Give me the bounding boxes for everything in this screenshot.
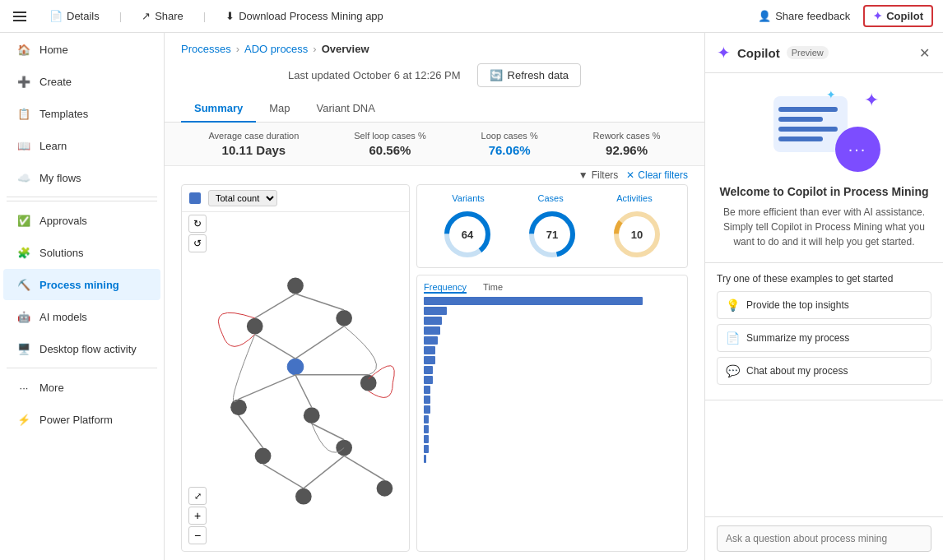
clear-filters-button[interactable]: ✕ Clear filters [626,169,688,181]
fit-zoom-button[interactable]: ⤢ [188,487,207,505]
bar-fill [424,356,435,364]
variants-bar-row [424,346,681,354]
illus-chat-bubble: ··· [835,127,880,172]
copilot-panel: ✦ Copilot Preview ✕ ··· ✦ ✦ [704,33,943,560]
node-9 [295,488,312,505]
share-icon: ↗ [142,10,151,22]
copilot-input-area [705,516,943,560]
sidebar-item-powerplatform[interactable]: ⚡ Power Platform [3,404,160,435]
rotate-buttons: ↻ ↺ [188,215,207,252]
variants-bar-row [424,405,681,414]
sidebar-item-learn[interactable]: 📖 Learn [3,130,160,161]
sidebar-item-myflows[interactable]: ☁️ My flows [3,162,160,193]
node-1 [247,318,263,335]
variants-bar-row [424,386,681,394]
copilot-welcome-desc: Be more efficient than ever with AI assi… [718,205,930,249]
edge-9 [312,423,344,440]
topbar-sep1: | [119,10,122,22]
charts-area: Total count [165,184,704,560]
details-label: Details [67,10,100,22]
tab-map[interactable]: Map [256,95,303,123]
example-label-summarize: Summarize my process [746,332,849,344]
clear-label: Clear filters [638,169,688,181]
sidebar-item-create[interactable]: ➕ Create [3,66,160,97]
node-5 [304,407,320,423]
details-button[interactable]: 📄 Details [43,7,106,25]
sidebar-label-more: More [39,382,64,394]
share-button[interactable]: ↗ Share [135,7,190,25]
svg-rect-0 [189,192,201,204]
sidebar-item-home[interactable]: 🏠 Home [3,34,160,65]
node-10 [377,480,393,497]
sidebar-item-approvals[interactable]: ✅ Approvals [3,205,160,236]
variants-bar-row [424,297,681,305]
sidebar-icon-processmining: ⛏️ [16,277,31,292]
breadcrumb-sep2: › [313,43,316,55]
stat-label: Average case duration [208,131,299,141]
zoom-in-button[interactable]: + [188,507,207,525]
breadcrumb-ado[interactable]: ADO process [244,43,308,55]
tab-summary[interactable]: Summary [181,95,256,123]
variants-bar-row [424,317,681,325]
breadcrumb-sep1: › [236,43,239,55]
sidebar-icon-templates: 📋 [16,106,31,121]
tabs-row: SummaryMapVariant DNA [165,95,704,123]
variants-bar-row [424,366,681,374]
copilot-button[interactable]: ✦ Copilot [863,5,933,27]
stat-value: 76.06% [481,143,538,157]
details-icon: 📄 [49,10,63,22]
sidebar-item-more[interactable]: ··· More [3,372,160,403]
copilot-example-summarize[interactable]: 📄 Summarize my process [717,324,931,352]
refresh-data-button[interactable]: 🔄 Refresh data [477,63,581,87]
download-button[interactable]: ⬇ Download Process Mining app [219,7,390,25]
sidebar-item-solutions[interactable]: 🧩 Solutions [3,237,160,268]
sidebar-icon-myflows: ☁️ [16,170,31,185]
topbar: 📄 Details | ↗ Share | ⬇ Download Process… [0,0,943,33]
filter-icon: ▼ [578,169,588,181]
copilot-welcome: ··· ✦ ✦ Welcome to Copilot in Process Mi… [705,73,943,263]
variants-time-tab[interactable]: Time [483,282,503,294]
donut-label-cases: Cases [537,193,563,203]
copilot-close-button[interactable]: ✕ [917,44,931,62]
sidebar-item-templates[interactable]: 📋 Templates [3,98,160,129]
sidebar-icon-powerplatform: ⚡ [16,412,31,427]
donut-value: 64 [462,229,474,241]
sidebar-icon-solutions: 🧩 [16,245,31,260]
stat-value: 60.56% [354,143,425,157]
copilot-examples-list: 💡 Provide the top insights 📄 Summarize m… [717,291,931,385]
filter-label: Filters [592,169,619,181]
share-feedback-label: Share feedback [775,10,850,22]
chart-left-header: Total count [182,185,409,212]
copilot-example-insights[interactable]: 💡 Provide the top insights [717,291,931,319]
bar-fill [424,445,429,453]
copilot-input[interactable] [717,525,931,552]
variants-freq-tab[interactable]: Frequency [424,282,467,294]
donut-value: 71 [546,229,558,241]
sidebar-item-aimodels[interactable]: 🤖 AI models [3,301,160,332]
rotate-ccw-button[interactable]: ↺ [188,234,207,252]
sidebar-item-desktopflow[interactable]: 🖥️ Desktop flow activity [3,333,160,364]
rotate-cw-button[interactable]: ↻ [188,215,207,233]
sidebar: 🏠 Home ➕ Create 📋 Templates 📖 Learn ☁️ M… [0,33,165,560]
copilot-example-chat[interactable]: 💬 Chat about my process [717,357,931,385]
breadcrumb-processes[interactable]: Processes [181,43,231,55]
filters-button[interactable]: ▼ Filters [578,169,619,181]
variants-bar-row [424,435,681,443]
share-feedback-button[interactable]: 👤 Share feedback [751,7,857,25]
zoom-out-button[interactable]: − [188,526,207,544]
stat-item: Rework cases % 92.96% [593,131,661,157]
copilot-examples-title: Try one of these examples to get started [717,273,931,285]
example-icon-summarize: 📄 [726,331,740,345]
edge-12 [344,456,384,480]
sidebar-item-processmining[interactable]: ⛏️ Process mining [3,269,160,300]
stat-item: Average case duration 10.11 Days [208,131,299,157]
donut-cases: 71 [527,210,577,259]
copilot-header-left: ✦ Copilot Preview [717,43,829,62]
refresh-label: Refresh data [508,69,569,81]
stat-label: Rework cases % [593,131,661,141]
total-count-dropdown[interactable]: Total count [208,190,277,206]
tab-variantdna[interactable]: Variant DNA [304,95,388,123]
topbar-sep2: | [203,10,206,22]
hamburger-menu[interactable] [10,8,30,25]
copilot-header: ✦ Copilot Preview ✕ [705,33,943,73]
